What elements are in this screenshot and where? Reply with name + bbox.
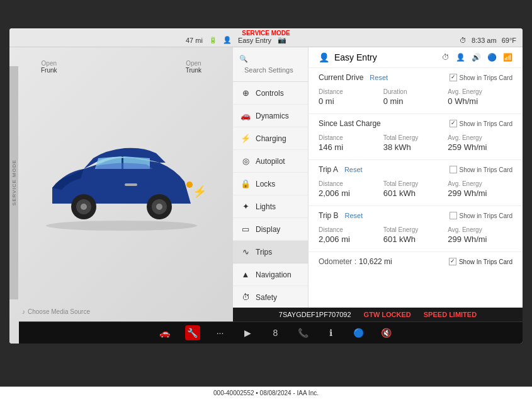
media-source[interactable]: ♪ Choose Media Source [22, 308, 90, 315]
frunk-label[interactable]: Open Frunk [41, 60, 57, 74]
odometer-checkbox[interactable] [449, 258, 456, 265]
sidebar-item-trips[interactable]: ∿ Trips [233, 241, 308, 263]
trip-a-avg-energy: Avg. Energy 299 Wh/mi [448, 178, 512, 200]
taskbar-car-icon[interactable]: 🚗 [157, 325, 173, 340]
trip-a-checkbox[interactable] [450, 166, 457, 173]
current-drive-show-label: Show in Trips Card [460, 74, 512, 81]
current-drive-avg-label: Avg. Energy [448, 88, 512, 95]
person-icon-header: 👤 [456, 53, 465, 62]
trip-a-header: Trip A Reset Show in Trips Card [319, 165, 512, 174]
trip-b-show-trips[interactable]: Show in Trips Card [450, 212, 512, 219]
charging-icon: ⚡ [241, 134, 251, 143]
taskbar-number-icon[interactable]: 8 [268, 325, 283, 340]
since-last-charge-stats: Distance 146 mi Total Energy 38 kWh Avg.… [319, 132, 512, 154]
header-icons-right: ⏱ 👤 🔊 🔵 📶 [442, 53, 512, 62]
temperature-display: 69°F [502, 37, 516, 44]
current-drive-duration: Duration 0 min [383, 86, 448, 108]
slc-distance: Distance 146 mi [319, 132, 383, 154]
content-panel: 👤 Easy Entry ⏱ 👤 🔊 🔵 📶 Current Drive Res… [308, 47, 523, 321]
since-last-charge-show-trips[interactable]: Show in Trips Card [450, 120, 512, 127]
gtw-status: GTW LOCKED [364, 311, 411, 318]
taskbar-phone-icon[interactable]: 📞 [296, 325, 311, 340]
service-mode-sidebar-text: SERVICE MODE [11, 159, 17, 205]
odometer-show-label: Show In Trips Card [459, 258, 512, 265]
locks-label: Locks [256, 180, 275, 188]
current-drive-reset[interactable]: Reset [370, 74, 388, 81]
odometer-value: 10,622 mi [359, 257, 392, 266]
taskbar-info-icon[interactable]: ℹ [324, 325, 339, 340]
taskbar-more-icon[interactable]: ··· [213, 325, 228, 340]
controls-label: Controls [256, 89, 284, 98]
trip-b-section: Trip B Reset Show in Trips Card Distance… [308, 206, 523, 252]
taskbar-mute-icon[interactable]: 🔇 [379, 325, 394, 340]
display-icon: ▭ [241, 224, 251, 234]
left-panel: SERVICE MODE Open Frunk Open Trunk [9, 47, 233, 321]
car-labels: Open Frunk Open Trunk [9, 60, 233, 74]
autopilot-label: Autopilot [256, 157, 285, 166]
dynamics-label: Dynamics [256, 112, 289, 120]
safety-icon: ⏱ [241, 292, 251, 302]
sidebar-item-dynamics[interactable]: 🚗 Dynamics [233, 105, 308, 127]
search-input[interactable] [239, 64, 302, 76]
current-drive-header: Current Drive Reset Show in Trips Card [319, 73, 512, 82]
autopilot-icon: ◎ [241, 156, 251, 166]
sidebar-item-charging[interactable]: ⚡ Charging [233, 127, 308, 150]
trips-icon: ∿ [241, 247, 251, 257]
current-drive-stats: Distance 0 mi Duration 0 min Avg. Energy… [319, 86, 512, 108]
trip-b-reset[interactable]: Reset [345, 212, 363, 219]
since-last-charge-checkbox[interactable] [450, 120, 457, 127]
current-drive-avg-energy: Avg. Energy 0 Wh/mi [448, 86, 512, 108]
bottom-info-text: 000-40002552 • 08/08/2024 - IAA Inc. [213, 390, 319, 396]
slc-avg-energy: Avg. Energy 259 Wh/mi [448, 132, 512, 154]
taskbar-tools-icon[interactable]: 🔧 [185, 325, 200, 340]
trip-a-stats: Distance 2,006 mi Total Energy 601 kWh A… [319, 178, 512, 200]
trunk-label[interactable]: Open Trunk [186, 60, 201, 74]
status-right: ⏱ 8:33 am 69°F [460, 37, 516, 44]
content-header: 👤 Easy Entry ⏱ 👤 🔊 🔵 📶 [308, 47, 523, 68]
slc-total-energy: Total Energy 38 kWh [383, 132, 448, 154]
trip-a-title: Trip A [319, 165, 338, 174]
profile-icon-header: 👤 [319, 52, 329, 62]
bottom-info-bar: 000-40002552 • 08/08/2024 - IAA Inc. [0, 386, 532, 399]
media-source-label: Choose Media Source [28, 308, 90, 315]
trip-a-section: Trip A Reset Show in Trips Card Distance… [308, 160, 523, 206]
sidebar-item-locks[interactable]: 🔒 Locks [233, 173, 308, 195]
display-label: Display [256, 225, 280, 234]
trip-b-checkbox[interactable] [450, 212, 457, 219]
mileage-display: 47 mi [186, 37, 203, 44]
sidebar-item-lights[interactable]: ✦ Lights [233, 195, 308, 218]
trip-a-show-trips[interactable]: Show in Trips Card [450, 166, 512, 173]
trip-a-title-row: Trip A Reset [319, 165, 363, 174]
trip-b-title-row: Trip B Reset [319, 211, 363, 220]
taskbar-play-icon[interactable]: ▶ [241, 325, 256, 340]
svg-point-3 [81, 204, 87, 210]
svg-point-6 [156, 204, 162, 210]
odometer-show-trips[interactable]: Show In Trips Card [449, 258, 512, 265]
sidebar-item-navigation[interactable]: ▲ Navigation [233, 263, 308, 286]
trip-a-reset[interactable]: Reset [344, 166, 363, 173]
trip-a-distance: Distance 2,006 mi [319, 178, 383, 200]
car-image-area: ⚡ [27, 128, 216, 241]
current-drive-checkbox[interactable] [450, 74, 457, 81]
time-display: 8:33 am [472, 37, 497, 44]
current-drive-avg-value: 0 Wh/mi [448, 96, 512, 106]
svg-rect-7 [125, 183, 137, 186]
since-last-charge-title: Since Last Charge [319, 119, 381, 128]
since-last-charge-section: Since Last Charge Show in Trips Card Dis… [308, 114, 523, 160]
car-illustration [33, 134, 210, 235]
search-icon: 🔍 [239, 55, 248, 62]
odometer-row: Odometer : 10,622 mi Show In Trips Card [308, 252, 523, 271]
current-drive-title: Current Drive [319, 73, 363, 82]
signal-icon-header: 📶 [503, 53, 512, 62]
current-drive-distance-label: Distance [319, 88, 383, 95]
sidebar-item-autopilot[interactable]: ◎ Autopilot [233, 150, 308, 173]
sidebar-item-display[interactable]: ▭ Display [233, 218, 308, 241]
trip-b-title: Trip B [319, 211, 339, 220]
current-drive-show-trips[interactable]: Show in Trips Card [450, 74, 512, 81]
taskbar-bluetooth-icon[interactable]: 🔵 [351, 325, 366, 340]
sidebar-item-safety[interactable]: ⏱ Safety [233, 286, 308, 309]
sidebar-item-controls[interactable]: ⊕ Controls [233, 82, 308, 105]
trip-a-total-energy: Total Energy 601 kWh [383, 178, 448, 200]
since-last-charge-show-label: Show in Trips Card [460, 120, 512, 127]
navigation-icon: ▲ [241, 270, 251, 279]
